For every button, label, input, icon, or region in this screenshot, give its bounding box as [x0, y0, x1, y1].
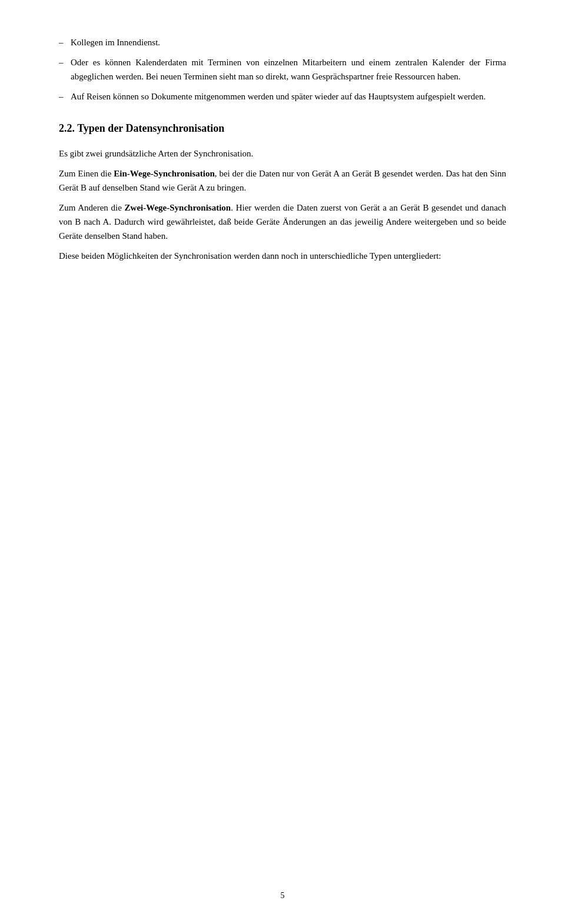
paragraph-6-bold: Zwei-Wege-Synchronisation — [125, 203, 231, 212]
paragraph-6: Zum Anderen die Zwei-Wege-Synchronisatio… — [59, 201, 506, 243]
paragraph-2: Oder es können Kalenderdaten mit Termine… — [59, 55, 506, 84]
section-title: Typen der Datensynchronisation — [77, 122, 224, 134]
paragraph-7: Diese beiden Möglichkeiten der Synchroni… — [59, 249, 506, 263]
paragraph-2-text: Oder es können Kalenderdaten mit Termine… — [71, 58, 506, 81]
paragraph-4: Es gibt zwei grundsätzliche Arten der Sy… — [59, 146, 506, 161]
paragraph-5-bold: Ein-Wege-Synchronisation — [114, 169, 214, 178]
paragraph-7-text: Diese beiden Möglichkeiten der Synchroni… — [59, 251, 441, 261]
paragraph-4-text: Es gibt zwei grundsätzliche Arten der Sy… — [59, 149, 253, 158]
page-number: 5 — [281, 891, 285, 900]
page: Kollegen im Innendienst. Oder es können … — [0, 0, 565, 924]
paragraph-1-text: Kollegen im Innendienst. — [71, 38, 160, 47]
paragraph-5: Zum Einen die Ein-Wege-Synchronisation, … — [59, 166, 506, 195]
paragraph-3: Auf Reisen können so Dokumente mitgenomm… — [59, 89, 506, 104]
section-number: 2.2. — [59, 122, 75, 134]
paragraph-6-before: Zum Anderen die — [59, 203, 125, 212]
section-heading-22: 2.2. Typen der Datensynchronisation — [59, 121, 506, 136]
paragraph-1: Kollegen im Innendienst. — [59, 35, 506, 49]
paragraph-3-text: Auf Reisen können so Dokumente mitgenomm… — [71, 92, 486, 101]
paragraph-5-before: Zum Einen die — [59, 169, 114, 178]
